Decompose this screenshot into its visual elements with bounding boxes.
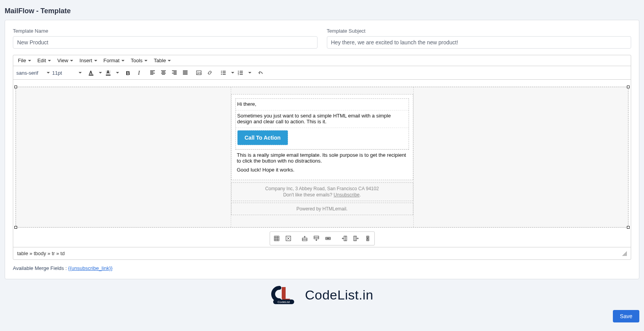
powered-by: Powered by HTMLemail. bbox=[231, 203, 413, 215]
svg-rect-13 bbox=[274, 236, 279, 241]
bullet-list-button[interactable] bbox=[218, 68, 228, 78]
menu-edit[interactable]: Edit bbox=[34, 55, 54, 66]
editor-statusbar: table » tbody » tr » td bbox=[13, 247, 631, 259]
resize-handle[interactable] bbox=[14, 226, 17, 229]
email-greeting[interactable]: Hi there, bbox=[236, 99, 409, 110]
cta-button[interactable]: Call To Action bbox=[237, 130, 288, 145]
table-properties-icon[interactable] bbox=[272, 233, 282, 243]
chevron-down-icon bbox=[79, 72, 82, 74]
chevron-down-icon bbox=[231, 72, 234, 74]
svg-marker-22 bbox=[282, 299, 290, 303]
menu-file[interactable]: File bbox=[15, 55, 34, 66]
resize-grip[interactable] bbox=[622, 251, 627, 256]
bullet-list-dropdown[interactable] bbox=[229, 68, 235, 78]
bg-color-dropdown[interactable] bbox=[114, 68, 119, 78]
svg-text:3: 3 bbox=[238, 73, 239, 75]
resize-handle[interactable] bbox=[627, 86, 630, 88]
template-subject-input[interactable] bbox=[327, 36, 632, 49]
chevron-down-icon bbox=[47, 72, 50, 74]
svg-rect-17 bbox=[326, 237, 330, 240]
save-button[interactable]: Save bbox=[613, 310, 639, 322]
svg-rect-4 bbox=[106, 75, 111, 75]
undo-button[interactable] bbox=[255, 68, 265, 78]
insert-row-before-icon[interactable] bbox=[300, 233, 310, 243]
svg-rect-23 bbox=[273, 299, 294, 304]
table-cell[interactable] bbox=[413, 87, 628, 227]
editor-toolbar: sans-serif 11pt A A B I 123 bbox=[13, 66, 631, 80]
template-subject-label: Template Subject bbox=[327, 28, 632, 34]
bottom-bar: Save bbox=[0, 310, 644, 326]
unsubscribe-link[interactable]: Unsubscribe bbox=[333, 192, 360, 198]
svg-rect-2 bbox=[106, 70, 111, 74]
svg-point-9 bbox=[221, 74, 222, 75]
delete-col-icon[interactable] bbox=[363, 233, 373, 243]
editor-canvas[interactable]: Hi there, Sometimes you just want to sen… bbox=[13, 80, 631, 247]
number-list-dropdown[interactable] bbox=[246, 68, 252, 78]
table-cell[interactable]: Hi there, Sometimes you just want to sen… bbox=[231, 87, 413, 227]
svg-rect-14 bbox=[286, 236, 291, 241]
font-family-select[interactable]: sans-serif bbox=[16, 68, 51, 77]
watermark: CodeList CodeList.in bbox=[0, 285, 644, 305]
svg-rect-5 bbox=[197, 71, 201, 75]
link-button[interactable] bbox=[205, 68, 215, 78]
text-color-dropdown[interactable] bbox=[97, 68, 102, 78]
table-cell[interactable] bbox=[16, 87, 231, 227]
editor-menubar: File Edit View Insert Format Tools Table bbox=[13, 55, 631, 66]
menu-insert[interactable]: Insert bbox=[76, 55, 100, 66]
text-color-button[interactable]: A bbox=[86, 68, 96, 78]
merge-field-link[interactable]: {{unsubscribe_link}} bbox=[68, 265, 112, 271]
menu-tools[interactable]: Tools bbox=[128, 55, 151, 66]
svg-rect-21 bbox=[282, 287, 286, 299]
email-footer: Company Inc, 3 Abbey Road, San Francisco… bbox=[231, 182, 413, 201]
menu-view[interactable]: View bbox=[54, 55, 76, 66]
element-path[interactable]: table » tbody » tr » td bbox=[17, 250, 65, 256]
image-button[interactable] bbox=[194, 68, 204, 78]
svg-text:1: 1 bbox=[238, 70, 239, 72]
svg-point-8 bbox=[221, 72, 222, 73]
insert-col-before-icon[interactable] bbox=[339, 233, 349, 243]
svg-text:A: A bbox=[89, 70, 93, 75]
chevron-down-icon bbox=[121, 60, 125, 61]
chevron-down-icon bbox=[116, 72, 119, 74]
chevron-down-icon bbox=[168, 60, 171, 61]
insert-col-after-icon[interactable] bbox=[351, 233, 361, 243]
menu-table[interactable]: Table bbox=[151, 55, 174, 66]
delete-row-icon[interactable] bbox=[323, 233, 333, 243]
resize-handle[interactable] bbox=[14, 86, 17, 88]
number-list-button[interactable]: 123 bbox=[235, 68, 246, 78]
footer-unsub-text: Don't like these emails? bbox=[283, 192, 334, 198]
footer-address[interactable]: Company Inc, 3 Abbey Road, San Francisco… bbox=[235, 186, 410, 191]
resize-handle[interactable] bbox=[627, 226, 630, 229]
chevron-down-icon bbox=[70, 60, 73, 61]
menu-format[interactable]: Format bbox=[100, 55, 128, 66]
align-center-button[interactable] bbox=[158, 68, 168, 78]
insert-row-after-icon[interactable] bbox=[311, 233, 321, 243]
email-intro[interactable]: Sometimes you just want to send a simple… bbox=[236, 110, 409, 128]
italic-button[interactable]: I bbox=[134, 68, 144, 78]
merge-fields-row: Available Merge Fields : {{unsubscribe_l… bbox=[13, 265, 631, 271]
delete-table-icon[interactable] bbox=[283, 233, 293, 243]
bg-color-button[interactable]: A bbox=[103, 68, 113, 78]
bold-button[interactable]: B bbox=[123, 68, 133, 78]
svg-point-7 bbox=[221, 71, 222, 72]
font-size-select[interactable]: 11pt bbox=[51, 68, 82, 77]
watermark-text: CodeList.in bbox=[305, 287, 374, 303]
svg-rect-20 bbox=[367, 236, 369, 241]
svg-rect-19 bbox=[354, 236, 356, 241]
chevron-down-icon bbox=[48, 60, 51, 61]
align-right-button[interactable] bbox=[169, 68, 179, 78]
align-left-button[interactable] bbox=[147, 68, 158, 78]
svg-rect-1 bbox=[89, 75, 93, 75]
email-paragraph[interactable]: This is a really simple email template. … bbox=[235, 150, 409, 167]
table-context-toolbar bbox=[16, 231, 628, 245]
email-paragraph[interactable]: Good luck! Hope it works. bbox=[235, 167, 409, 176]
template-name-input[interactable] bbox=[13, 36, 318, 49]
selected-table[interactable]: Hi there, Sometimes you just want to sen… bbox=[16, 87, 628, 228]
chevron-down-icon bbox=[248, 72, 251, 74]
template-name-label: Template Name bbox=[13, 28, 318, 34]
align-justify-button[interactable] bbox=[180, 68, 190, 78]
rich-text-editor: File Edit View Insert Format Tools Table… bbox=[13, 55, 631, 260]
email-body-card: Hi there, Sometimes you just want to sen… bbox=[231, 94, 413, 180]
svg-rect-18 bbox=[344, 236, 347, 241]
svg-text:CodeList: CodeList bbox=[277, 300, 290, 304]
